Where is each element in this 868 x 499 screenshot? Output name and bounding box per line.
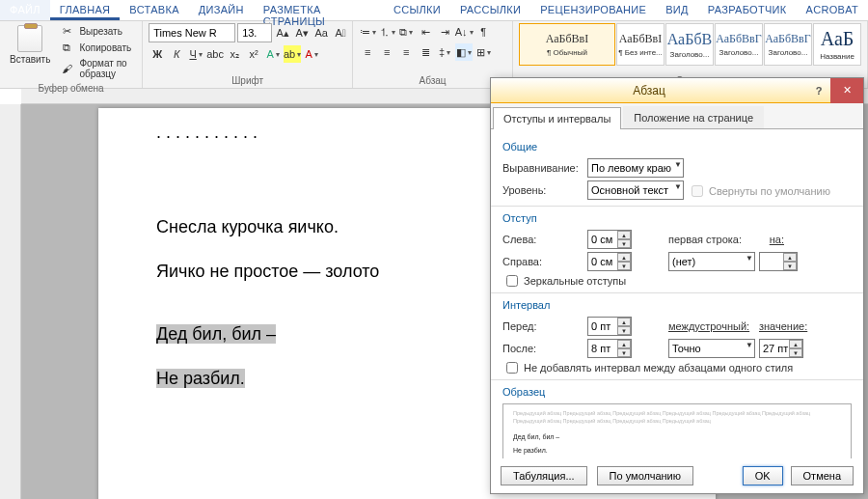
strike-button[interactable]: abc <box>206 45 224 63</box>
bullets-button[interactable]: ≔ <box>359 23 376 41</box>
line-spacing-button[interactable]: ‡ <box>436 43 453 61</box>
tab-home[interactable]: ГЛАВНАЯ <box>50 0 121 20</box>
group-font: A▴ A▾ Aa Aͦ Ж К Ч abc x₂ x² A ab A Шрифт <box>143 21 353 88</box>
shading-button[interactable]: ◧ <box>455 43 473 61</box>
space-after-label: После: <box>502 343 583 354</box>
spin-up[interactable]: ▲ <box>617 253 631 262</box>
align-center-button[interactable]: ≡ <box>378 43 395 61</box>
line-spacing-label: междустрочный: <box>668 320 755 332</box>
format-painter-button[interactable]: 🖌Формат по образцу <box>58 56 136 81</box>
spin-up[interactable]: ▲ <box>783 253 797 262</box>
paste-label: Вставить <box>10 54 50 65</box>
spin-down[interactable]: ▼ <box>789 348 802 357</box>
align-right-button[interactable]: ≡ <box>397 43 415 61</box>
change-case-button[interactable]: Aa <box>312 24 330 42</box>
alignment-label: Выравнивание: <box>502 162 583 174</box>
ok-button[interactable]: OK <box>743 466 783 485</box>
spin-down[interactable]: ▼ <box>617 262 631 270</box>
style-heading2[interactable]: АаБбВвГЗаголово... <box>715 23 763 66</box>
shrink-font-button[interactable]: A▾ <box>293 24 311 42</box>
spin-down[interactable]: ▼ <box>617 326 631 335</box>
dialog-tab-position[interactable]: Положение на странице <box>623 106 764 128</box>
font-name-select[interactable] <box>149 23 235 42</box>
tab-insert[interactable]: ВСТАВКА <box>120 0 188 20</box>
font-size-select[interactable] <box>237 23 272 42</box>
mirror-indents-checkbox[interactable]: Зеркальные отступы <box>506 275 852 287</box>
outline-level-select[interactable] <box>587 180 684 200</box>
dialog-close-button[interactable]: ✕ <box>830 78 863 103</box>
section-preview: Образец <box>502 386 852 398</box>
section-indent: Отступ <box>502 212 852 224</box>
paste-icon <box>17 25 42 52</box>
text-effects-button[interactable]: A <box>264 45 282 63</box>
ribbon-tabs: ФАЙЛ ГЛАВНАЯ ВСТАВКА ДИЗАЙН РАЗМЕТКА СТР… <box>0 0 868 21</box>
doc-para-4-selected[interactable]: Не разбил. <box>156 369 245 388</box>
tab-layout[interactable]: РАЗМЕТКА СТРАНИЦЫ <box>254 0 384 20</box>
subscript-button[interactable]: x₂ <box>226 45 243 63</box>
spin-down[interactable]: ▼ <box>617 239 631 248</box>
dialog-tab-indents[interactable]: Отступы и интервалы <box>493 107 621 129</box>
copy-button[interactable]: ⧉Копировать <box>58 40 136 55</box>
outline-level-label: Уровень: <box>502 184 583 196</box>
copy-icon: ⧉ <box>60 41 73 54</box>
preview-prevpara: Предыдущий абзац Предыдущий абзац Предыд… <box>513 410 841 425</box>
italic-button[interactable]: К <box>168 45 185 63</box>
clear-formatting-button[interactable]: Aͦ <box>332 24 349 42</box>
alignment-select[interactable] <box>587 158 684 178</box>
dialog-help-button[interactable]: ? <box>807 85 830 97</box>
vertical-ruler[interactable] <box>0 104 21 499</box>
style-title[interactable]: АаБНазвание <box>813 23 861 66</box>
justify-button[interactable]: ≣ <box>417 43 434 61</box>
borders-button[interactable]: ⊞ <box>475 43 492 61</box>
dialog-title: Абзац <box>491 84 807 97</box>
multilevel-button[interactable]: ⧉ <box>397 23 415 41</box>
spin-up[interactable]: ▲ <box>617 318 631 326</box>
tab-developer[interactable]: РАЗРАБОТЧИК <box>698 0 797 20</box>
paste-button[interactable]: Вставить <box>6 23 54 67</box>
cancel-button[interactable]: Отмена <box>791 466 854 485</box>
line-spacing-select[interactable] <box>668 339 755 358</box>
scissors-icon: ✂ <box>60 24 73 38</box>
decrease-indent-button[interactable]: ⇤ <box>417 23 434 41</box>
tab-mailings[interactable]: РАССЫЛКИ <box>450 0 530 20</box>
highlight-button[interactable]: ab <box>284 45 301 63</box>
section-general: Общие <box>502 141 852 152</box>
style-no-spacing[interactable]: АаБбВвІ¶ Без инте... <box>616 23 665 66</box>
set-default-button[interactable]: По умолчанию <box>597 466 693 485</box>
doc-para-3-selected[interactable]: Дед бил, бил – <box>156 324 276 344</box>
tab-design[interactable]: ДИЗАЙН <box>189 0 254 20</box>
dialog-button-row: Табуляция... По умолчанию OK Отмена <box>491 458 863 493</box>
first-line-select[interactable] <box>668 252 755 271</box>
style-heading1[interactable]: АаБбВЗаголово... <box>665 23 714 66</box>
spin-down[interactable]: ▼ <box>783 262 797 270</box>
spin-up[interactable]: ▲ <box>789 340 802 348</box>
grow-font-button[interactable]: A▴ <box>274 24 291 42</box>
by-label-1: на: <box>759 234 784 245</box>
style-normal[interactable]: АаБбВвІ¶ Обычный <box>519 23 615 66</box>
increase-indent-button[interactable]: ⇥ <box>436 23 453 41</box>
superscript-button[interactable]: x² <box>245 45 262 63</box>
tab-references[interactable]: ССЫЛКИ <box>384 0 450 20</box>
cut-button[interactable]: ✂Вырезать <box>58 23 136 39</box>
spin-up[interactable]: ▲ <box>617 231 631 239</box>
tabs-button[interactable]: Табуляция... <box>501 466 587 485</box>
no-space-same-style-checkbox[interactable]: Не добавлять интервал между абзацами одн… <box>506 362 852 374</box>
dialog-tabs: Отступы и интервалы Положение на страниц… <box>491 103 863 129</box>
align-left-button[interactable]: ≡ <box>359 43 376 61</box>
bold-button[interactable]: Ж <box>149 45 166 63</box>
font-color-button[interactable]: A <box>303 45 320 63</box>
spin-down[interactable]: ▼ <box>617 348 631 357</box>
tab-file[interactable]: ФАЙЛ <box>0 0 50 20</box>
style-heading3[interactable]: АаБбВвГЗаголово... <box>764 23 812 66</box>
preview-box: Предыдущий абзац Предыдущий абзац Предыд… <box>502 403 852 458</box>
tab-review[interactable]: РЕЦЕНЗИРОВАНИЕ <box>530 0 656 20</box>
section-spacing: Интервал <box>502 299 852 311</box>
show-marks-button[interactable]: ¶ <box>475 23 492 41</box>
tab-view[interactable]: ВИД <box>656 0 698 20</box>
tab-acrobat[interactable]: ACROBAT <box>797 0 868 20</box>
dialog-titlebar[interactable]: Абзац ? ✕ <box>491 78 863 103</box>
numbering-button[interactable]: ⒈ <box>378 23 395 41</box>
underline-button[interactable]: Ч <box>187 45 204 63</box>
sort-button[interactable]: A↓ <box>455 23 473 41</box>
spin-up[interactable]: ▲ <box>617 340 631 348</box>
